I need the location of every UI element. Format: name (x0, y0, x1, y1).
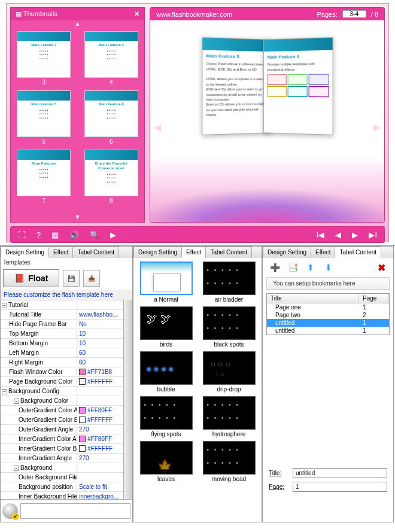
sound-icon[interactable]: 🔊 (69, 230, 79, 239)
thumbnail-item[interactable]: Enjoy the Powerful Converter now!• • • •… (81, 150, 142, 204)
add-child-bookmark-button[interactable]: 📑 (287, 262, 299, 273)
prop-outer-angle-value[interactable]: 270 (77, 425, 123, 433)
bg-config-group[interactable]: −Background Config (1, 387, 77, 395)
bookmark-row[interactable]: Page two2 (267, 311, 389, 319)
prop-bg-position-value[interactable]: Scale to fit (77, 483, 123, 491)
bg-color-group[interactable]: −Background Color (1, 397, 77, 405)
prop-inner-b: InnerGradient Color B (1, 445, 77, 452)
bookmark-row[interactable]: Page one1 (267, 303, 389, 311)
effect-item[interactable]: birds (137, 306, 195, 350)
effect-item[interactable]: air bladder (200, 262, 258, 305)
bookmark-form: Title: Page: (263, 464, 393, 499)
bookmark-title-input[interactable] (293, 468, 387, 478)
tutorial-group[interactable]: −Tutorial (1, 301, 77, 309)
effect-item[interactable]: hydrosphere (200, 396, 258, 440)
tab-effect[interactable]: Effect (311, 247, 335, 258)
tab-effect[interactable]: Effect (181, 247, 206, 258)
effect-item[interactable]: a Normal (137, 262, 195, 305)
tab-effect[interactable]: Effect (48, 247, 73, 258)
zoom-icon[interactable]: 🔍 (90, 230, 99, 239)
prop-outer-bg-file-value[interactable] (77, 477, 123, 478)
templates-label: Templates (1, 258, 132, 267)
book-page-right[interactable]: Main Feature 4 Provide multiple template… (263, 37, 333, 135)
effect-item[interactable]: moving bead (200, 441, 258, 485)
move-up-button[interactable]: ⬆ (305, 262, 317, 273)
thumbnail-item[interactable]: Main Feature 5• • • • •• • • • •• • • • … (13, 90, 75, 145)
first-page-icon[interactable]: I◀ (317, 230, 325, 239)
background-group[interactable]: −Background (1, 464, 77, 472)
tab-design-setting[interactable]: Design Setting (263, 247, 311, 258)
book-page-left[interactable]: Main Feature 3 Output Flash eBook in dif… (202, 37, 272, 135)
bookmark-row[interactable]: untitled1 (267, 319, 389, 327)
save-template-button[interactable]: 💾 (63, 270, 80, 287)
fullscreen-icon[interactable]: ⛶ (18, 230, 26, 239)
float-template-button[interactable]: 📕 Float (3, 269, 59, 287)
property-scrollbar[interactable] (123, 300, 132, 499)
pages-label: Pages: (317, 11, 338, 18)
bookmark-row[interactable]: untitled1 (267, 327, 389, 335)
add-bookmark-button[interactable]: ➕ (269, 262, 281, 273)
thumbnails-close-icon[interactable]: ✕ (134, 10, 139, 18)
prop-inner-angle: InnerGradient Angle (1, 454, 77, 462)
bookmark-page-input[interactable] (293, 482, 387, 492)
effect-item[interactable]: leaves (137, 441, 195, 485)
pages-total: / 8 (371, 11, 378, 18)
effect-item[interactable]: flying spots (137, 396, 195, 440)
prop-right-margin-value[interactable]: 60 (77, 358, 123, 366)
thumbnail-item[interactable]: Main Feature 6• • • • •• • • • •• • • • … (81, 90, 142, 145)
page-left-title: Main Feature 3 (206, 53, 268, 60)
prop-inner-bg-file-value[interactable]: innerbackgro... (77, 493, 123, 499)
prop-top-margin: Top Margin (1, 330, 77, 338)
tab-design-setting[interactable]: Design Setting (133, 247, 182, 258)
bookmark-th-page[interactable]: Page (359, 294, 389, 303)
move-down-button[interactable]: ⬇ (323, 262, 335, 273)
prop-inner-a-value[interactable]: #FF80FF (77, 435, 123, 443)
tab-tabel-content[interactable]: Tabel Content (72, 247, 119, 258)
bookmark-title-label: Title: (269, 470, 289, 476)
bookmark-th-title[interactable]: Title (267, 294, 359, 303)
prop-flash-window-color-value[interactable]: #FF71B8 (77, 368, 123, 376)
prev-page-icon[interactable]: ◀ (335, 230, 341, 239)
page-prev-arrow[interactable]: ◀ (154, 121, 161, 133)
tabel-content-panel: Design Setting Effect Tabel Content ➕ 📑 … (262, 246, 394, 522)
thumbnail-item[interactable]: Main Feature 4• • • • •• • • • •• • • • … (81, 31, 142, 86)
thumbnails-scroll-down[interactable]: ▼ (11, 214, 144, 222)
effect-item[interactable]: drip-drop (200, 351, 258, 395)
prop-tutorial-title-value[interactable]: www.flashbo... (77, 311, 123, 318)
tab-design-setting[interactable]: Design Setting (1, 247, 49, 258)
delete-bookmark-button[interactable]: ✖ (375, 262, 387, 273)
prop-outer-a-value[interactable]: #FF80FF (77, 406, 123, 414)
prop-hide-frame-value[interactable]: No (77, 320, 123, 328)
prop-left-margin-value[interactable]: 60 (77, 349, 123, 357)
help-icon[interactable]: ? (37, 230, 41, 239)
prop-bottom-margin: Bottom Margin (1, 339, 77, 347)
pages-input[interactable] (342, 10, 366, 18)
customize-hint: Please customize the flash template here (1, 290, 132, 300)
col3-tabs: Design Setting Effect Tabel Content (263, 247, 393, 258)
import-icon: 📥 (88, 275, 95, 282)
bookmark-table: Title Page Page one1Page two2untitled1un… (266, 293, 390, 335)
prop-inner-angle-value[interactable]: 270 (77, 454, 123, 462)
last-page-icon[interactable]: ▶I (369, 230, 377, 239)
tab-tabel-content[interactable]: Tabel Content (335, 247, 381, 258)
prop-top-margin-value[interactable]: 10 (77, 330, 123, 338)
thumbnails-icon[interactable]: ▦ (51, 230, 59, 239)
prop-outer-b-value[interactable]: #FFFFFF (77, 416, 123, 424)
thumbnail-item[interactable]: More Features• • • • •• • • • •• • • • •… (13, 150, 75, 204)
book-header: www.flashbookmaker.com Pages: / 8 (150, 8, 384, 20)
book-icon: 📕 (14, 273, 25, 283)
play-icon[interactable]: ▶ (110, 230, 116, 239)
wave-decoration (150, 156, 384, 222)
thumbnails-scroll-up[interactable]: ▲ (11, 20, 144, 29)
page-next-arrow[interactable]: ▶ (373, 121, 381, 133)
effect-item[interactable]: black spots (200, 306, 258, 350)
apply-icon[interactable] (2, 503, 18, 519)
prop-page-bg-color-value[interactable]: #FFFFFF (77, 378, 123, 385)
tab-tabel-content[interactable]: Tabel Content (205, 247, 252, 258)
effect-item[interactable]: bubble (137, 351, 195, 395)
import-template-button[interactable]: 📥 (83, 270, 100, 287)
thumbnail-item[interactable]: Main Feature 3• • • • •• • • • •• • • • … (13, 31, 75, 86)
prop-bottom-margin-value[interactable]: 10 (77, 339, 123, 347)
next-page-icon[interactable]: ▶ (352, 230, 358, 239)
prop-inner-b-value[interactable]: #FFFFFF (77, 445, 123, 452)
